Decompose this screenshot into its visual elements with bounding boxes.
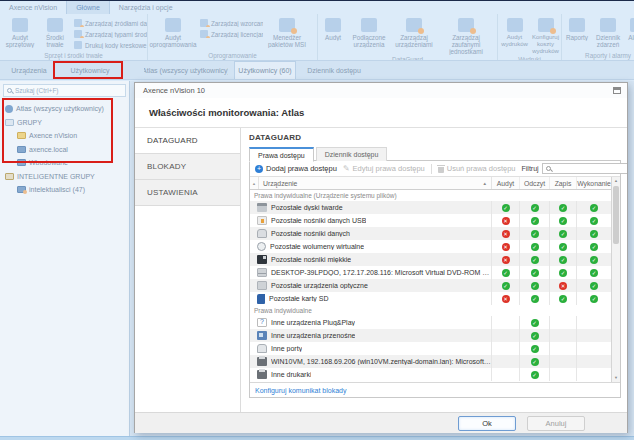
ribbon-group-dataguard: Audyt Podłączone urządzenia Zarządzaj ur… — [318, 14, 498, 60]
allow-icon: ✓ — [590, 230, 598, 238]
allow-icon: ✓ — [502, 204, 510, 212]
table-row[interactable]: DESKTOP-39LPDQO, 172.17.208.116: Microso… — [250, 266, 611, 279]
cancel-button[interactable]: Anuluj — [527, 416, 585, 431]
configure-print-costs-button[interactable]: Konfiguruj koszty wydruków — [530, 16, 561, 55]
column-header-urzadzenie[interactable]: Urządzenie ▲ — [259, 177, 492, 189]
table-row[interactable]: Inne urządzenia przenośne✓ — [250, 329, 611, 342]
status-cell-odczyt: ✓ — [520, 253, 550, 266]
atlas-globe-icon — [5, 105, 13, 113]
ribbon-group-label: Wydruki — [498, 55, 561, 60]
table-row[interactable]: Pozostałe nośniki danych USB✕✓✓✓ — [250, 214, 611, 227]
menu-item-ustawienia[interactable]: USTAWIENIA — [135, 180, 240, 206]
manage-licenses-button[interactable]: Zarządzaj licencjami — [200, 30, 263, 38]
manage-asset-types-button[interactable]: Zarządzaj typami środków — [74, 30, 147, 38]
device-cell: Inne urządzenia przenośne — [250, 329, 492, 342]
maximize-icon[interactable] — [613, 87, 621, 94]
tab-dziennik-dostepu[interactable]: Dziennik dostępu — [316, 147, 388, 161]
ok-button[interactable]: Ok — [458, 416, 516, 431]
print-audit-button[interactable]: Audyt wydruków — [499, 16, 530, 48]
alarms-button[interactable]: Alarmy — [625, 16, 634, 41]
briefcase-icon — [47, 18, 63, 32]
tree-item-atlas[interactable]: Atlas (wszyscy użytkownicy) — [0, 102, 129, 116]
status-cell-odczyt: ✓ — [520, 329, 550, 342]
column-header-odczyt[interactable]: Odczyt — [520, 177, 550, 189]
status-cell-zapis: ✓ — [550, 253, 577, 266]
manage-trusted-units-button[interactable]: Zarządzaj zaufanymi jednostkami — [437, 16, 495, 55]
scrollbar-thumb[interactable] — [613, 186, 619, 244]
allow-icon: ✓ — [559, 243, 567, 251]
table-row[interactable]: WIN10VM, 192.168.69.206 (win10VM.zentyal… — [250, 355, 611, 368]
column-header-audyt[interactable]: Audyt — [492, 177, 520, 189]
event-log-button[interactable]: Dziennik zdarzeń — [591, 16, 625, 48]
menu-item-blokady[interactable]: BLOKADY — [135, 154, 240, 180]
msi-package-manager-button[interactable]: Menedżer pakietów MSI — [263, 16, 311, 48]
table-row[interactable]: Inne porty✓ — [250, 342, 611, 355]
search-input[interactable]: Szukaj (Ctrl+F) — [3, 84, 126, 97]
device-cell: WIN10VM, 192.168.69.206 (win10VM.zentyal… — [250, 355, 492, 368]
ribbon-tab-glowne[interactable]: Główne — [66, 1, 110, 14]
dataguard-audit-button[interactable]: Audyt — [319, 16, 347, 41]
tab-prawa-dostepu[interactable]: Prawa dostępu — [249, 147, 314, 162]
tree-item-axence-local[interactable]: axence.local — [0, 143, 129, 157]
ribbon-tab-narzedzia-i-opcje[interactable]: Narzędzia i opcje — [110, 1, 182, 14]
hardware-audit-button[interactable]: Audyt sprzętowy — [1, 16, 39, 48]
allow-icon: ✓ — [502, 282, 510, 290]
dialog-content: DATAGUARD Prawa dostępu Dziennik dostępu… — [241, 128, 627, 412]
allow-icon: ✓ — [531, 217, 539, 225]
manage-data-sources-button[interactable]: Zarządzaj źródłami danych — [74, 19, 147, 27]
status-cell-odczyt: ✓ — [520, 214, 550, 227]
table-row[interactable]: Pozostałe dyski twarde✓✓✓✓ — [250, 201, 611, 214]
scroll-up-icon[interactable]: ▲ — [612, 177, 620, 185]
fixed-assets-button[interactable]: Środki trwałe — [39, 16, 71, 48]
doc-tab-dziennik-dostepu[interactable]: Dziennik dostępu — [302, 61, 366, 79]
content-tab-bar: Prawa dostępu Dziennik dostępu — [249, 146, 621, 161]
edit-rights-button[interactable]: ✎ Edytuj prawa dostępu — [343, 164, 425, 173]
ribbon-tab-bar: Axence nVision Główne Narzędzia i opcje — [0, 1, 634, 14]
allow-icon: ✓ — [531, 256, 539, 264]
status-cell-wykonanie: ✓ — [577, 279, 611, 292]
column-header-wykonanie[interactable]: Wykonanie — [577, 177, 611, 189]
device-name: WIN10VM, 192.168.69.206 (win10VM.zentyal… — [271, 358, 491, 365]
filter-input[interactable] — [542, 163, 627, 174]
access-table-body: Prawa indywidualne (Urządzenie systemu p… — [250, 190, 611, 382]
connected-devices-button[interactable]: Podłączone urządzenia — [347, 16, 391, 48]
dialog-titlebar[interactable]: Axence nVision 10 — [135, 83, 627, 98]
configure-block-message-link[interactable]: Konfiguruj komunikat blokady — [255, 387, 346, 394]
scroll-down-icon[interactable]: ▼ — [612, 374, 620, 382]
tree-item-intelektualisci[interactable]: intelektualisci (47) — [0, 183, 129, 197]
status-cell-audyt: ✓ — [492, 266, 520, 279]
manage-devices-button[interactable]: Zarządzaj urządzeniami — [391, 16, 437, 48]
status-cell-zapis — [550, 329, 577, 342]
vertical-scrollbar[interactable]: ▲ ▼ — [611, 177, 620, 382]
reports-button[interactable]: Raporty — [563, 16, 591, 41]
tab-urzadzenia[interactable]: Urządzenia — [6, 61, 52, 79]
tree-item-wbudowane[interactable]: Wbudowane — [0, 156, 129, 170]
device-name: Pozostałe wolumeny wirtualne — [270, 243, 364, 250]
button-label: Audyt oprogramowania — [149, 34, 197, 48]
ribbon: Axence nVision Główne Narzędzia i opcje … — [0, 1, 634, 61]
allow-icon: ✓ — [531, 358, 539, 366]
remove-rights-button[interactable]: Usuń prawa dostępu — [438, 164, 516, 173]
column-header-zapis[interactable]: Zapis — [550, 177, 577, 189]
tree-item-grupy[interactable]: GRUPY — [0, 116, 129, 130]
table-row[interactable]: Pozostałe urządzenia optyczne✓✓✕✓ — [250, 279, 611, 292]
tree-item-axence-nvision[interactable]: Axence nVision — [0, 129, 129, 143]
print-barcodes-button[interactable]: Drukuj kody kreskowe — [74, 41, 147, 49]
software-audit-button[interactable]: Audyt oprogramowania — [149, 16, 197, 48]
table-row[interactable]: Inne urządzenia Plug&Play✓ — [250, 316, 611, 329]
app-menu-button[interactable]: Axence nVision — [0, 1, 66, 14]
menu-item-dataguard[interactable]: DATAGUARD — [135, 128, 240, 154]
tab-uzytkownicy[interactable]: Użytkownicy — [58, 61, 122, 79]
table-row[interactable]: Pozostałe karty SD✕✓✓✓ — [250, 292, 611, 305]
manage-patterns-button[interactable]: Zarządzaj wzorcami — [200, 19, 263, 27]
table-row[interactable]: Pozostałe nośniki danych✕✓✓✓ — [250, 227, 611, 240]
table-row[interactable]: Inne drukarki✓ — [250, 368, 611, 381]
tree-item-inteligentne-grupy[interactable]: INTELIGENTNE GRUPY — [0, 170, 129, 184]
table-row[interactable]: Pozostałe nośniki miękkie✕✓✓✓ — [250, 253, 611, 266]
deny-icon: ✕ — [502, 256, 510, 264]
doc-tab-atlas[interactable]: Atlas (wszyscy użytkownicy) — [144, 61, 228, 79]
table-row[interactable]: Pozostałe wolumeny wirtualne✕✓✓✓ — [250, 240, 611, 253]
manage-devices-icon — [406, 18, 422, 32]
add-rights-button[interactable]: + Dodaj prawa dostępu — [255, 164, 337, 173]
doc-tab-uzytkownicy-60[interactable]: Użytkownicy (60) — [234, 61, 296, 79]
